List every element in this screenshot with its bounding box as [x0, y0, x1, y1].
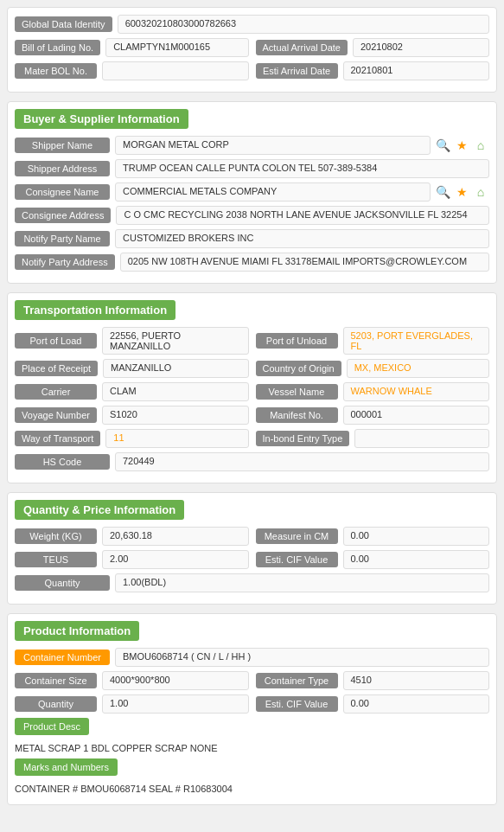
country-of-origin-value: MX, MEXICO — [347, 359, 489, 378]
bill-of-lading-label: Bill of Lading No. — [15, 40, 100, 55]
esti-cif-value: 0.00 — [343, 550, 490, 569]
quantity-value: 1.00(BDL) — [115, 573, 489, 592]
container-number-row: Container Number BMOU6068714 ( CN / L / … — [15, 648, 489, 667]
global-data-identity-row: Global Data Identity 6003202108030007826… — [15, 15, 489, 34]
consignee-name-value: COMMERCIAL METALS COMPANY — [115, 182, 431, 202]
port-of-load-label: Port of Load — [15, 333, 97, 349]
carrier-label: Carrier — [15, 384, 97, 400]
buyer-supplier-section: Buyer & Supplier Information Shipper Nam… — [7, 101, 497, 284]
container-type-pair: Container Type 4510 — [256, 671, 490, 690]
voyage-manifest-row: Voyage Number S1020 Manifest No. 000001 — [15, 406, 489, 425]
transportation-title: Transportation Information — [15, 300, 175, 320]
shipper-name-label: Shipper Name — [15, 138, 110, 153]
mater-bol-label: Mater BOL No. — [15, 63, 97, 79]
shipper-name-icons: 🔍 ★ ⌂ — [434, 137, 489, 154]
notify-party-name-value: CUSTOMIZED BROKERS INC — [115, 229, 489, 248]
shipper-name-search-icon[interactable]: 🔍 — [434, 137, 451, 154]
product-desc-btn-row: Product Desc — [15, 718, 489, 735]
global-data-identity-label: Global Data Identity — [15, 16, 112, 32]
product-qty-esti-row: Quantity 1.00 Esti. CIF Value 0.00 — [15, 694, 489, 714]
actual-arrival-date-value: 20210802 — [353, 38, 489, 57]
measure-in-cm-label: Measure in CM — [256, 528, 338, 544]
product-desc-button[interactable]: Product Desc — [15, 718, 89, 735]
container-number-value: BMOU6068714 ( CN / L / HH ) — [115, 648, 489, 667]
esti-cif-label: Esti. CIF Value — [256, 552, 338, 567]
teus-esti-row: TEUS 2.00 Esti. CIF Value 0.00 — [15, 550, 489, 569]
actual-arrival-date-pair: Actual Arrival Date 20210802 — [256, 38, 490, 57]
shipper-address-row: Shipper Address TRUMP OCEAN CALLE PUNTA … — [15, 159, 489, 178]
marks-and-numbers-text: CONTAINER # BMOU6068714 SEAL # R10683004 — [15, 780, 489, 797]
product-esti-cif-value: 0.00 — [343, 694, 490, 714]
notify-party-address-label: Notify Party Address — [15, 254, 115, 270]
consignee-address-value: C O CMC RECYCLING 2038 NORTH LANE AVENUE… — [116, 206, 489, 225]
country-of-origin-pair: Country of Origin MX, MEXICO — [256, 359, 490, 378]
mater-bol-value — [102, 61, 249, 80]
voyage-number-pair: Voyage Number S1020 — [15, 406, 249, 425]
consignee-name-search-icon[interactable]: 🔍 — [434, 183, 451, 201]
global-data-identity-value: 600320210803000782663 — [118, 15, 489, 34]
container-size-label: Container Size — [15, 673, 97, 688]
way-inbond-row: Way of Transport 11 In-bond Entry Type — [15, 429, 489, 448]
port-of-unload-pair: Port of Unload 5203, PORT EVERGLADES, FL — [256, 327, 490, 355]
weight-kg-label: Weight (KG) — [15, 528, 97, 544]
container-number-label: Container Number — [15, 650, 110, 665]
in-bond-entry-type-pair: In-bond Entry Type — [256, 429, 490, 448]
hs-code-value: 720449 — [115, 452, 489, 471]
way-of-transport-label: Way of Transport — [15, 431, 100, 446]
marks-and-numbers-button[interactable]: Marks and Numbers — [15, 758, 118, 776]
quantity-row: Quantity 1.00(BDL) — [15, 573, 489, 592]
weight-kg-value: 20,630.18 — [102, 527, 249, 546]
quantity-label: Quantity — [15, 575, 110, 591]
bol-arrival-row: Bill of Lading No. CLAMPTYN1M000165 Actu… — [15, 38, 489, 57]
port-of-unload-value: 5203, PORT EVERGLADES, FL — [343, 327, 490, 355]
buyer-supplier-title: Buyer & Supplier Information — [15, 109, 188, 129]
port-load-unload-row: Port of Load 22556, PUERTO MANZANILLO Po… — [15, 327, 489, 355]
carrier-pair: Carrier CLAM — [15, 382, 249, 401]
consignee-name-row: Consignee Name COMMERCIAL METALS COMPANY… — [15, 182, 489, 202]
port-of-load-value: 22556, PUERTO MANZANILLO — [102, 327, 249, 355]
consignee-address-row: Consignee Address C O CMC RECYCLING 2038… — [15, 206, 489, 225]
product-desc-text: METAL SCRAP 1 BDL COPPER SCRAP NONE — [15, 739, 489, 758]
product-section: Product Information Container Number BMO… — [7, 613, 497, 805]
shipper-address-label: Shipper Address — [15, 161, 110, 176]
consignee-address-label: Consignee Address — [15, 208, 111, 223]
notify-party-name-row: Notify Party Name CUSTOMIZED BROKERS INC — [15, 229, 489, 248]
carrier-value: CLAM — [102, 382, 249, 401]
mater-bol-esti-row: Mater BOL No. Esti Arrival Date 20210801 — [15, 61, 489, 80]
teus-label: TEUS — [15, 552, 97, 567]
teus-pair: TEUS 2.00 — [15, 550, 249, 569]
consignee-name-home-icon[interactable]: ⌂ — [472, 183, 489, 201]
place-of-receipt-pair: Place of Receipt MANZANILLO — [15, 359, 249, 378]
marks-and-numbers-btn-row: Marks and Numbers — [15, 758, 489, 776]
shipper-address-value: TRUMP OCEAN CALLE PUNTA COLON TEL 507-38… — [115, 159, 489, 178]
container-size-pair: Container Size 4000*900*800 — [15, 671, 249, 690]
product-title: Product Information — [15, 621, 139, 641]
in-bond-entry-type-value — [354, 429, 489, 448]
shipper-name-star-icon[interactable]: ★ — [453, 137, 470, 154]
consignee-name-icons: 🔍 ★ ⌂ — [434, 183, 489, 201]
place-country-row: Place of Receipt MANZANILLO Country of O… — [15, 359, 489, 378]
way-of-transport-value: 11 — [105, 429, 248, 448]
shipper-name-home-icon[interactable]: ⌂ — [472, 137, 489, 154]
product-esti-cif-pair: Esti. CIF Value 0.00 — [256, 694, 490, 714]
voyage-number-value: S1020 — [102, 406, 249, 425]
measure-in-cm-value: 0.00 — [343, 527, 490, 546]
product-quantity-label: Quantity — [15, 696, 97, 712]
bill-of-lading-pair: Bill of Lading No. CLAMPTYN1M000165 — [15, 38, 249, 57]
mater-bol-pair: Mater BOL No. — [15, 61, 249, 80]
shipper-name-row: Shipper Name MORGAN METAL CORP 🔍 ★ ⌂ — [15, 136, 489, 155]
shipper-name-value: MORGAN METAL CORP — [115, 136, 431, 155]
container-type-label: Container Type — [256, 673, 338, 688]
teus-value: 2.00 — [102, 550, 249, 569]
weight-measure-row: Weight (KG) 20,630.18 Measure in CM 0.00 — [15, 527, 489, 546]
actual-arrival-date-label: Actual Arrival Date — [256, 40, 348, 55]
consignee-name-star-icon[interactable]: ★ — [453, 183, 470, 201]
vessel-name-label: Vessel Name — [256, 384, 338, 400]
esti-cif-pair: Esti. CIF Value 0.00 — [256, 550, 490, 569]
hs-code-label: HS Code — [15, 454, 110, 470]
in-bond-entry-type-label: In-bond Entry Type — [256, 431, 350, 446]
transportation-section: Transportation Information Port of Load … — [7, 292, 497, 483]
vessel-name-pair: Vessel Name WARNOW WHALE — [256, 382, 490, 401]
port-of-unload-label: Port of Unload — [256, 333, 338, 349]
carrier-vessel-row: Carrier CLAM Vessel Name WARNOW WHALE — [15, 382, 489, 401]
